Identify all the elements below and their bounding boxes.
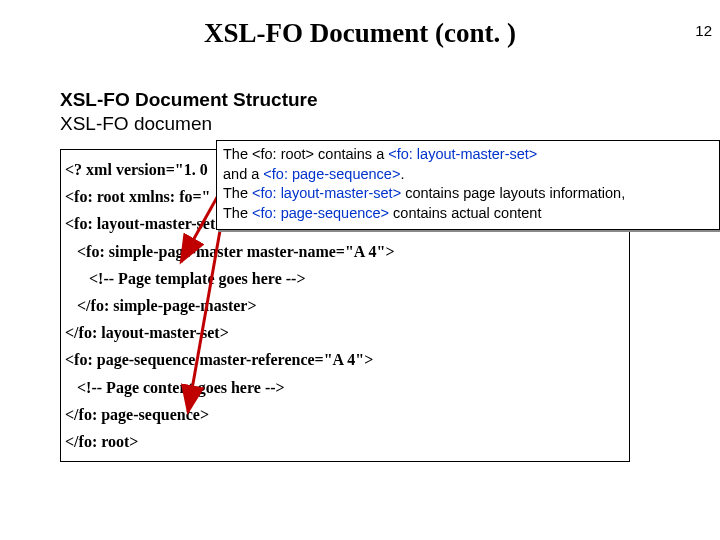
- popup-text: contains actual content: [389, 205, 541, 221]
- code-line: <? xml version="1. 0: [65, 161, 208, 178]
- code-line: <fo: layout-master-set>: [65, 215, 224, 232]
- code-line: <fo: simple-page-master master-name="A 4…: [77, 243, 395, 260]
- code-line: <!-- Page template goes here -->: [89, 270, 306, 287]
- page-number: 12: [695, 22, 712, 39]
- popup-line: The <fo: root> contains a <fo: layout-ma…: [223, 145, 713, 165]
- popup-text: The: [223, 185, 252, 201]
- section-heading: XSL-FO Document Structure: [60, 89, 680, 111]
- popup-text: <fo: layout-master-set>: [252, 185, 401, 201]
- popup-line: The <fo: page-sequence> contains actual …: [223, 204, 713, 224]
- slide-title: XSL-FO Document (cont. ): [0, 18, 720, 49]
- code-line: <fo: root xmlns: fo=": [65, 188, 210, 205]
- popup-text: <fo: page-sequence>: [252, 205, 389, 221]
- popup-text: and a: [223, 166, 263, 182]
- popup-line: and a <fo: page-sequence>.: [223, 165, 713, 185]
- code-line: </fo: root>: [65, 433, 138, 450]
- popup-text: .: [400, 166, 404, 182]
- section-subline: XSL-FO documen: [60, 113, 680, 135]
- popup-line: The <fo: layout-master-set> contains pag…: [223, 184, 713, 204]
- code-line: </fo: layout-master-set>: [65, 324, 229, 341]
- code-line: </fo: page-sequence>: [65, 406, 209, 423]
- popup-text: <fo: layout-master-set>: [388, 146, 537, 162]
- code-line: <!-- Page content goes here -->: [77, 379, 285, 396]
- callout-popup: The <fo: root> contains a <fo: layout-ma…: [216, 140, 720, 230]
- popup-text: The <fo: root> contains a: [223, 146, 388, 162]
- popup-text: The: [223, 205, 252, 221]
- code-line: </fo: simple-page-master>: [77, 297, 257, 314]
- popup-text: <fo: page-sequence>: [263, 166, 400, 182]
- popup-text: contains page layouts information,: [401, 185, 625, 201]
- slide: 12 XSL-FO Document (cont. ) XSL-FO Docum…: [0, 18, 720, 540]
- code-line: <fo: page-sequence master-reference="A 4…: [65, 351, 373, 368]
